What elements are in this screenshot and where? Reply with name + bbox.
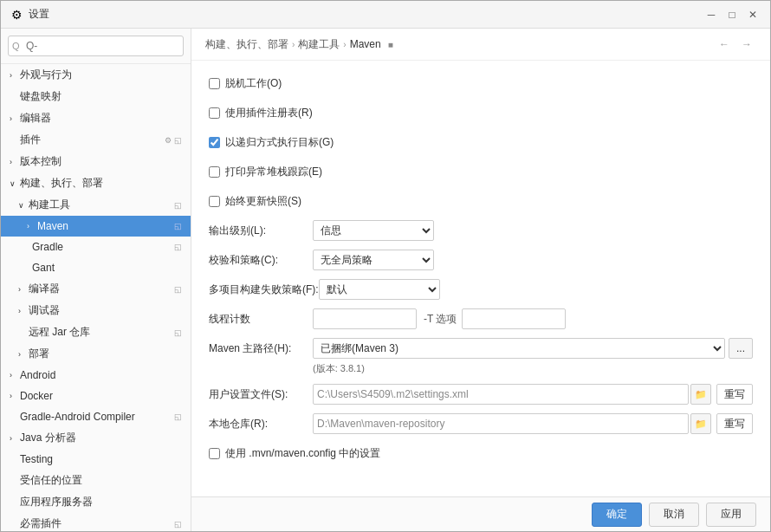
- mvn-config-checkbox[interactable]: [209, 448, 220, 459]
- sidebar-item-label: Testing: [20, 453, 182, 465]
- sidebar-item-gant[interactable]: Gant: [1, 257, 191, 278]
- caret-icon: ∨: [18, 201, 29, 210]
- local-repo-browse-button[interactable]: 📁: [690, 413, 711, 434]
- recursive-checkbox-label[interactable]: 以递归方式执行目标(G): [209, 135, 334, 150]
- output-level-label: 输出级别(L):: [209, 224, 313, 238]
- sidebar-item-testing[interactable]: Testing: [1, 449, 191, 470]
- apply-button[interactable]: 应用: [706, 503, 756, 527]
- sidebar-item-label: 应用程序服务器: [20, 495, 182, 509]
- user-settings-row: 用户设置文件(S): 📁 重写: [209, 384, 753, 405]
- offline-checkbox[interactable]: [209, 78, 220, 89]
- plugin-registry-row: 使用插件注册表(R): [209, 102, 753, 123]
- caret-icon: ›: [10, 392, 20, 400]
- mvn-config-checkbox-label[interactable]: 使用 .mvn/maven.config 中的设置: [209, 446, 380, 461]
- maximize-button[interactable]: □: [723, 6, 741, 23]
- caret-icon: ›: [10, 71, 20, 80]
- settings-icon: ◱: [174, 222, 182, 230]
- mvn-config-row: 使用 .mvn/maven.config 中的设置: [209, 443, 753, 464]
- sidebar-item-keymap[interactable]: 键盘映射: [1, 86, 191, 107]
- print-stack-checkbox-label[interactable]: 打印异常堆栈跟踪(E): [209, 165, 322, 179]
- sidebar-item-java-analyzer[interactable]: › Java 分析器: [1, 427, 191, 449]
- sidebar-item-trusted[interactable]: 受信任的位置: [1, 470, 191, 491]
- search-input[interactable]: [8, 36, 184, 56]
- print-stack-checkbox[interactable]: [209, 166, 220, 178]
- window-title: 设置: [29, 7, 703, 22]
- search-box: Q: [1, 29, 191, 64]
- sidebar-item-label: 编辑器: [20, 111, 182, 126]
- output-level-select[interactable]: 信思: [313, 220, 434, 241]
- recursive-checkbox[interactable]: [209, 137, 220, 148]
- maven-home-browse-button[interactable]: ...: [729, 338, 753, 359]
- sidebar-item-build-tools[interactable]: ∨ 构建工具 ◱: [1, 194, 191, 216]
- sidebar-item-plugins[interactable]: 插件 ⚙ ◱: [1, 129, 191, 151]
- t-option-input[interactable]: [462, 308, 566, 329]
- offline-checkbox-label[interactable]: 脱机工作(O): [209, 76, 282, 91]
- multiproject-fail-select[interactable]: 默认: [319, 279, 440, 300]
- sidebar-item-maven[interactable]: › Maven ◱: [1, 216, 191, 237]
- sidebar-item-build[interactable]: ∨ 构建、执行、部署: [1, 172, 191, 194]
- local-repo-overwrite-button[interactable]: 重写: [716, 413, 753, 434]
- plugin-registry-checkbox[interactable]: [209, 107, 220, 119]
- sidebar-item-label: 部署: [29, 347, 182, 361]
- sidebar-item-android[interactable]: › Android: [1, 365, 191, 386]
- sidebar-item-compiler[interactable]: › 编译器 ◱: [1, 278, 191, 300]
- ok-button[interactable]: 确定: [592, 503, 642, 527]
- cancel-button[interactable]: 取消: [649, 503, 699, 527]
- sidebar-item-gradle[interactable]: Gradle ◱: [1, 237, 191, 257]
- sidebar-item-label: Android: [20, 369, 182, 381]
- maven-home-select[interactable]: 已捆绑(Maven 3): [313, 338, 725, 359]
- titlebar: ⚙ 设置 ─ □ ✕: [1, 1, 770, 29]
- user-settings-browse-button[interactable]: 📁: [690, 384, 711, 405]
- close-button[interactable]: ✕: [744, 6, 761, 23]
- multiproject-fail-row: 多项目构建失败策略(F): 默认: [209, 279, 753, 300]
- offline-label: 脱机工作(O): [225, 76, 282, 91]
- sidebar-item-vcs[interactable]: › 版本控制: [1, 151, 191, 172]
- settings-icon: ◱: [174, 412, 182, 421]
- sidebar-item-remote-jar[interactable]: 远程 Jar 仓库 ◱: [1, 321, 191, 343]
- checksum-policy-select[interactable]: 无全局策略: [313, 250, 434, 270]
- caret-icon: ∨: [10, 179, 20, 188]
- user-settings-input[interactable]: [313, 384, 689, 405]
- sidebar-item-docker[interactable]: › Docker: [1, 386, 191, 406]
- always-update-row: 始终更新快照(S): [209, 191, 753, 211]
- sidebar-item-label: 受信任的位置: [20, 473, 182, 488]
- settings-icon: ◱: [174, 201, 182, 210]
- sidebar-item-gradle-android[interactable]: Gradle-Android Compiler ◱: [1, 406, 191, 427]
- caret-icon: ›: [10, 434, 20, 443]
- caret-icon: ›: [18, 307, 29, 315]
- user-settings-label: 用户设置文件(S):: [209, 387, 313, 402]
- maven-home-row: Maven 主路径(H): 已捆绑(Maven 3) ...: [209, 338, 753, 359]
- mvn-config-label: 使用 .mvn/maven.config 中的设置: [225, 446, 380, 461]
- print-stack-row: 打印异常堆栈跟踪(E): [209, 161, 753, 182]
- settings-area: 脱机工作(O) 使用插件注册表(R) 以递归方式执行目标(G): [191, 61, 770, 496]
- plugin-registry-label: 使用插件注册表(R): [225, 106, 313, 120]
- sidebar-item-editor[interactable]: › 编辑器: [1, 107, 191, 129]
- local-repo-row: 本地仓库(R): 📁 重写: [209, 413, 753, 434]
- breadcrumb: 构建、执行、部署 › 构建工具 › Maven ■ ← →: [191, 29, 770, 61]
- local-repo-input[interactable]: [313, 413, 689, 434]
- folder-icon: 📁: [695, 389, 707, 400]
- sidebar-item-debugger[interactable]: › 调试器: [1, 300, 191, 321]
- sidebar-item-label: 调试器: [29, 303, 182, 318]
- offline-row: 脱机工作(O): [209, 73, 753, 94]
- user-settings-overwrite-button[interactable]: 重写: [716, 384, 753, 405]
- nav-forward-button[interactable]: →: [737, 36, 756, 53]
- nav-back-button[interactable]: ←: [715, 36, 734, 53]
- always-update-label: 始终更新快照(S): [225, 194, 301, 209]
- always-update-checkbox-label[interactable]: 始终更新快照(S): [209, 194, 301, 209]
- thread-count-input[interactable]: [313, 308, 417, 329]
- sidebar-item-label: Java 分析器: [20, 431, 182, 445]
- plugin-registry-checkbox-label[interactable]: 使用插件注册表(R): [209, 106, 313, 120]
- always-update-checkbox[interactable]: [209, 196, 220, 207]
- output-level-row: 输出级别(L): 信思: [209, 220, 753, 241]
- sidebar-item-app-servers[interactable]: 应用程序服务器: [1, 491, 191, 513]
- caret-icon: ›: [18, 350, 29, 359]
- sidebar-item-deploy[interactable]: › 部署: [1, 343, 191, 365]
- minimize-button[interactable]: ─: [703, 6, 720, 23]
- sidebar-item-appearance[interactable]: › 外观与行为: [1, 64, 191, 86]
- maven-version-hint: (版本: 3.8.1): [209, 362, 753, 375]
- sidebar-item-label: 版本控制: [20, 154, 182, 169]
- sidebar-item-required-plugins[interactable]: 必需插件 ◱: [1, 513, 191, 531]
- breadcrumb-item-1: 构建、执行、部署: [205, 37, 288, 52]
- settings-icon: ◱: [174, 328, 182, 337]
